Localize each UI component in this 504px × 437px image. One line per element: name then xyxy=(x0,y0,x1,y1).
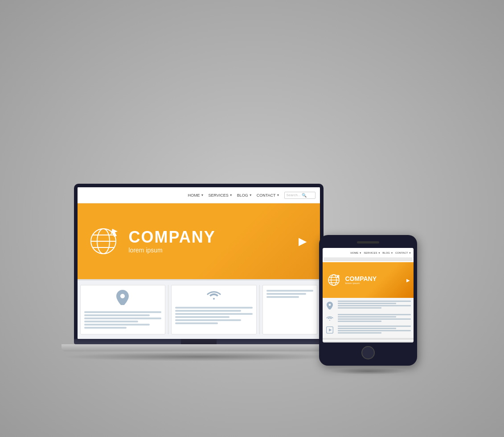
p-line xyxy=(338,314,411,315)
hero-text-block: COMPANY lorem ipsum xyxy=(129,229,216,254)
phone-speaker xyxy=(357,241,379,243)
svg-marker-13 xyxy=(329,329,332,332)
card-3-lines xyxy=(266,290,313,298)
text-line xyxy=(84,314,150,316)
hero-content: COMPANY lorem ipsum xyxy=(86,223,216,259)
card-1-lines xyxy=(84,311,162,329)
nav-item-blog[interactable]: BLOG ▼ xyxy=(237,193,252,198)
card-separator xyxy=(168,285,168,334)
laptop-navbar: HOME ▼ SERVICES ▼ BLOG ▼ CONTACT ▼ xyxy=(78,187,320,203)
phone-row-1-lines xyxy=(338,301,411,309)
company-name: COMPANY xyxy=(129,229,216,245)
phone-row-wifi xyxy=(325,314,411,323)
nav-arrow-services: ▼ xyxy=(229,194,233,197)
text-line xyxy=(84,317,162,319)
phone-play-icon xyxy=(325,326,334,335)
location-icon xyxy=(116,290,129,308)
p-line xyxy=(338,303,396,304)
search-box[interactable]: Search... 🔍 xyxy=(284,192,316,199)
text-line xyxy=(266,290,313,292)
laptop-screen-outer: HOME ▼ SERVICES ▼ BLOG ▼ CONTACT ▼ xyxy=(74,184,324,339)
text-line xyxy=(175,322,218,324)
text-line xyxy=(175,316,229,318)
phone-nav-services[interactable]: SERVICES▼ xyxy=(364,251,380,254)
nav-arrow-blog: ▼ xyxy=(249,194,252,197)
p-line xyxy=(338,318,411,320)
laptop-content-section xyxy=(78,279,320,339)
p-line xyxy=(338,321,381,322)
nav-arrow-home: ▼ xyxy=(201,194,204,197)
phone-row-2-lines xyxy=(338,314,411,322)
text-line xyxy=(175,307,253,309)
phone-nav-blog[interactable]: BLOG▼ xyxy=(382,251,393,254)
search-placeholder: Search... xyxy=(287,193,301,197)
text-line xyxy=(84,324,150,326)
svg-marker-5 xyxy=(111,229,118,237)
smartphone-device: HOME▼ SERVICES▼ BLOG▼ CONTACT▼ xyxy=(319,235,417,375)
text-line xyxy=(175,313,253,315)
globe-icon xyxy=(86,223,122,259)
hero-next-arrow[interactable]: ▶ xyxy=(299,235,307,247)
p-line xyxy=(338,328,396,329)
laptop-base xyxy=(61,344,336,351)
phone-globe-icon xyxy=(326,272,342,288)
nav-item-contact[interactable]: CONTACT ▼ xyxy=(257,193,280,198)
phone-location-icon xyxy=(325,301,334,311)
laptop-screen: HOME ▼ SERVICES ▼ BLOG ▼ CONTACT ▼ xyxy=(78,187,320,339)
nav-item-home[interactable]: HOME ▼ xyxy=(188,193,204,198)
phone-shadow xyxy=(329,368,407,375)
phone-outer: HOME▼ SERVICES▼ BLOG▼ CONTACT▼ xyxy=(319,235,417,366)
wifi-icon xyxy=(207,290,221,303)
phone-subtitle: lorem ipsum xyxy=(345,282,377,284)
p-line xyxy=(338,316,396,317)
phone-hero-banner: COMPANY lorem ipsum ▶ xyxy=(323,262,414,298)
text-line xyxy=(84,327,127,329)
hero-subtitle: lorem ipsum xyxy=(129,247,216,254)
phone-row-location xyxy=(325,301,411,311)
p-line xyxy=(338,332,381,334)
laptop-device: HOME ▼ SERVICES ▼ BLOG ▼ CONTACT ▼ xyxy=(74,184,324,361)
p-line xyxy=(338,307,381,309)
phone-divider xyxy=(323,338,414,340)
phone-search-bar[interactable] xyxy=(324,258,413,261)
text-line xyxy=(84,321,139,322)
card-separator xyxy=(259,285,260,334)
phone-navbar: HOME▼ SERVICES▼ BLOG▼ CONTACT▼ xyxy=(323,248,414,258)
card-2-lines xyxy=(175,307,253,324)
content-card-partial xyxy=(262,285,317,334)
phone-nav-home[interactable]: HOME▼ xyxy=(350,251,361,254)
content-card-wifi xyxy=(171,285,257,334)
laptop-hinge xyxy=(74,339,324,344)
phone-home-button[interactable] xyxy=(361,346,375,359)
hinge-center xyxy=(181,339,217,344)
phone-nav-contact[interactable]: CONTACT▼ xyxy=(395,251,411,254)
laptop-shadow xyxy=(61,352,336,361)
text-line xyxy=(84,311,162,313)
phone-row-video xyxy=(325,326,411,335)
phone-wifi-icon xyxy=(325,315,334,323)
laptop-hero-banner: COMPANY lorem ipsum ▶ xyxy=(78,203,320,279)
nav-arrow-contact: ▼ xyxy=(277,194,280,197)
text-line xyxy=(266,296,299,298)
svg-marker-11 xyxy=(336,275,340,279)
phone-row-3-lines xyxy=(338,326,411,334)
phone-hero-text: COMPANY lorem ipsum xyxy=(345,276,377,284)
text-line xyxy=(175,319,241,321)
phone-screen: HOME▼ SERVICES▼ BLOG▼ CONTACT▼ xyxy=(323,248,414,342)
text-line xyxy=(175,310,241,312)
main-scene: HOME ▼ SERVICES ▼ BLOG ▼ CONTACT ▼ xyxy=(52,40,453,397)
nav-item-services[interactable]: SERVICES ▼ xyxy=(208,193,232,198)
p-line xyxy=(338,305,411,306)
phone-content-section xyxy=(323,298,414,338)
p-line xyxy=(338,330,411,331)
content-card-location xyxy=(80,285,166,334)
phone-company-name: COMPANY xyxy=(345,276,377,282)
text-line xyxy=(266,293,306,295)
p-line xyxy=(338,301,411,302)
search-icon: 🔍 xyxy=(302,193,307,198)
phone-hero-arrow[interactable]: ▶ xyxy=(406,278,410,283)
p-line xyxy=(338,326,411,327)
phone-divider-2 xyxy=(323,341,414,342)
